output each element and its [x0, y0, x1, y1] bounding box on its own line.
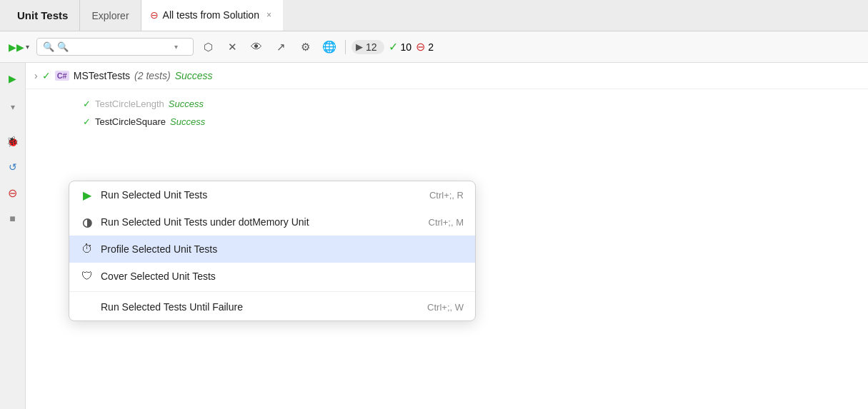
search-dropdown-icon[interactable]: ▾ [174, 43, 178, 51]
toolbar: ▶▶ ▾ 🔍 ▾ ⬡ ✕ 👁 ↗ ⚙ 🌐 ▶ 12 ✓ 10 ⊖ 2 [0, 31, 868, 63]
stopwatch-icon: ⏱ [81, 243, 94, 256]
tab-unit-tests-label: Unit Tests [17, 9, 68, 21]
check-passed-icon: ✓ [42, 70, 51, 81]
menu-divider [69, 291, 475, 292]
running-badge: ▶ 12 [351, 40, 384, 54]
check-icon: ✓ [83, 99, 91, 109]
square-button[interactable]: ■ [3, 208, 23, 228]
tab-all-tests[interactable]: ⊖ All tests from Solution × [141, 0, 283, 31]
test-status: Success [170, 116, 205, 127]
context-menu: ▶ Run Selected Unit Tests Ctrl+;, R ◑ Ru… [69, 181, 476, 321]
debug-button[interactable]: 🐞 [3, 131, 23, 151]
check-icon: ✓ [83, 116, 91, 127]
collapse-chevron-icon[interactable]: › [34, 70, 38, 81]
passed-count: 10 [401, 41, 412, 53]
search-input[interactable] [57, 41, 171, 52]
run-all-dropdown[interactable]: ▾ [26, 43, 29, 51]
rerun-button[interactable]: ↺ [3, 157, 23, 177]
search-icon: 🔍 [43, 41, 54, 52]
running-count: 12 [366, 41, 377, 53]
menu-item-cover-selected[interactable]: 🛡 Cover Selected Unit Tests [69, 263, 475, 290]
tree-header-row: › ✓ C# MSTestTests (2 tests) Success [26, 63, 868, 89]
filter-icon[interactable]: ⬡ [198, 37, 218, 57]
run-all-icon: ▶▶ [9, 41, 24, 53]
failed-count: 2 [428, 41, 434, 53]
test-name: TestCircleLength [95, 99, 164, 109]
expand-button[interactable]: ▾ [3, 97, 23, 117]
menu-item-run-selected-shortcut: Ctrl+;, R [429, 190, 464, 201]
passed-badge: ✓ 10 [389, 40, 412, 54]
run-button[interactable]: ▶ [3, 69, 23, 89]
check-icon: ✓ [389, 40, 398, 54]
stop-button[interactable]: ⊖ [3, 183, 23, 203]
test-status: Success [169, 99, 204, 109]
tree-row-testcirclesquare[interactable]: ✓ TestCircleSquare Success [26, 113, 868, 131]
tab-close-button[interactable]: × [264, 9, 274, 21]
settings-icon[interactable]: ⚙ [295, 37, 315, 57]
tab-explorer[interactable]: Explorer [80, 0, 141, 31]
tab-explorer-label: Explorer [91, 10, 129, 21]
play-icon: ▶ [81, 188, 94, 201]
csharp-icon: C# [55, 71, 69, 81]
search-box[interactable]: 🔍 ▾ [36, 38, 194, 56]
menu-item-run-until-failure-label: Run Selected Tests Until Failure [101, 301, 420, 313]
left-sidebar: ▶ ▾ 🐞 ↺ ⊖ ■ [0, 63, 26, 409]
menu-item-run-selected[interactable]: ▶ Run Selected Unit Tests Ctrl+;, R [69, 181, 475, 208]
tab-active-label: All tests from Solution [163, 9, 259, 21]
failed-badge: ⊖ 2 [416, 40, 434, 54]
tree-row-testcirclelength[interactable]: ✓ TestCircleLength Success [26, 95, 868, 113]
tree-rows: ✓ TestCircleLength Success ✓ TestCircleS… [26, 89, 868, 136]
running-icon: ▶ [356, 41, 363, 52]
tree-node-count: (2 tests) [134, 70, 171, 81]
menu-item-profile-selected-label: Profile Selected Unit Tests [101, 243, 457, 255]
toolbar-separator [345, 40, 346, 54]
stop-icon: ⊖ [150, 9, 159, 21]
menu-item-cover-selected-label: Cover Selected Unit Tests [101, 271, 457, 282]
profile-icon[interactable]: 🌐 [319, 37, 339, 57]
tree-node-status: Success [175, 70, 213, 81]
tab-bar: Unit Tests Explorer ⊖ All tests from Sol… [0, 0, 868, 31]
tab-unit-tests[interactable]: Unit Tests [6, 0, 80, 31]
export-icon[interactable]: ↗ [271, 37, 291, 57]
failed-icon: ⊖ [416, 40, 425, 54]
dotmemory-icon: ◑ [81, 216, 94, 228]
shield-icon: 🛡 [81, 270, 94, 283]
eye-icon[interactable]: 👁 [246, 37, 266, 57]
menu-item-run-until-failure[interactable]: Run Selected Tests Until Failure Ctrl+;,… [69, 293, 475, 320]
menu-item-run-until-failure-shortcut: Ctrl+;, W [427, 302, 464, 313]
menu-item-run-dotmemory[interactable]: ◑ Run Selected Unit Tests under dotMemor… [69, 208, 475, 236]
clear-icon[interactable]: ✕ [222, 37, 242, 57]
test-name: TestCircleSquare [95, 116, 166, 127]
main-content: ▶ ▾ 🐞 ↺ ⊖ ■ › ✓ C# MSTestTests (2 tests)… [0, 63, 868, 409]
menu-item-run-dotmemory-shortcut: Ctrl+;, M [429, 217, 464, 228]
tree-node-name: MSTestTests [74, 70, 130, 81]
tree-area: › ✓ C# MSTestTests (2 tests) Success ▶ R… [26, 63, 868, 409]
menu-item-profile-selected[interactable]: ⏱ Profile Selected Unit Tests [69, 236, 475, 263]
menu-item-run-selected-label: Run Selected Unit Tests [101, 189, 422, 201]
run-all-button[interactable]: ▶▶ ▾ [6, 37, 32, 57]
run-failure-icon [81, 301, 94, 313]
menu-item-run-dotmemory-label: Run Selected Unit Tests under dotMemory … [101, 216, 421, 228]
